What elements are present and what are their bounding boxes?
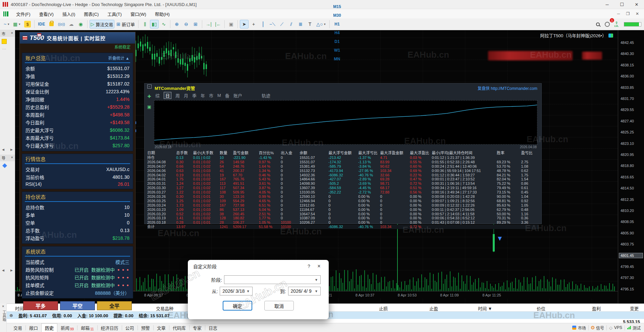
- mtc-tab-M[interactable]: M: [217, 93, 221, 98]
- screenshot-icon[interactable]: ▣: [227, 20, 235, 29]
- dock-prev-icon[interactable]: ◀: [2, 148, 4, 151]
- search-icon[interactable]: [593, 20, 602, 29]
- to-date-select[interactable]: 2026/ 4/ 9▼: [288, 287, 321, 295]
- minimize-icon[interactable]: ─: [600, 0, 614, 9]
- terminal-column-header[interactable]: 价位: [537, 305, 545, 312]
- crosshair-icon[interactable]: +: [249, 20, 258, 29]
- notifications-icon[interactable]: 1: [603, 20, 611, 29]
- tab-日志[interactable]: 日志: [205, 323, 221, 332]
- line-chart-icon[interactable]: ∿: [159, 20, 168, 29]
- menu-文件(F)[interactable]: 文件(F): [12, 9, 35, 18]
- mtc-tab-季[interactable]: 季: [192, 92, 197, 99]
- community-icon[interactable]: ◉: [76, 20, 85, 29]
- timeframe-H4[interactable]: H4: [332, 29, 342, 37]
- ok-button[interactable]: 确定: [223, 301, 252, 311]
- fibonacci-icon[interactable]: ≣: [296, 20, 305, 29]
- close-button-平多[interactable]: 平多: [23, 301, 58, 310]
- mtc-link[interactable]: 复盘侠 http://MTCommander.com: [478, 85, 537, 91]
- table-row[interactable]: 2026.04.070.660.01 | 0.0254248.761.64 %0…: [147, 164, 539, 169]
- timeframe-W1[interactable]: W1: [332, 46, 342, 55]
- terminal-column-header[interactable]: 时间 ▼: [478, 305, 492, 312]
- new-order-button[interactable]: ⊞新订单: [115, 20, 136, 29]
- terminal-column-header[interactable]: 盈利: [592, 305, 601, 312]
- candle-chart-icon[interactable]: ▮▯: [150, 20, 159, 29]
- dock-prev-icon-2[interactable]: ◀: [2, 269, 4, 272]
- tab-公司[interactable]: 公司: [122, 323, 138, 332]
- mtc-tab-账户[interactable]: 账户: [233, 92, 242, 99]
- navigator-icon[interactable]: [2, 163, 7, 168]
- tab-专家[interactable]: 专家: [190, 323, 205, 332]
- shapes-icon[interactable]: △○▼: [315, 20, 327, 29]
- zoom-out-icon[interactable]: ⊖: [182, 20, 191, 29]
- mtc-tab-月[interactable]: 月: [184, 92, 188, 99]
- ea-icon[interactable]: [608, 34, 613, 38]
- timeframe-M5[interactable]: M5: [332, 0, 342, 2]
- mtc-minimize-icon[interactable]: −: [147, 85, 152, 89]
- menu-图表(C)[interactable]: 图表(C): [79, 9, 103, 18]
- mtc-tab-年[interactable]: 年: [201, 92, 205, 99]
- dock-next-icon-2[interactable]: ▶: [10, 269, 13, 272]
- table-row[interactable]: 2026.03.311.240.01 | 0.02113491.513.61 %…: [147, 181, 539, 186]
- mtc-tab-track[interactable]: 轨迹: [262, 92, 270, 99]
- table-row[interactable]: 2026.03.180.280.01 | 0.0128106.271.05 %1…: [147, 220, 539, 225]
- mtc-tab-市[interactable]: 市: [209, 92, 213, 99]
- cloud-icon[interactable]: ☁: [67, 20, 76, 29]
- timeframe-M30[interactable]: M30: [332, 11, 342, 20]
- market-bag-icon[interactable]: [47, 20, 56, 29]
- timeframe-MN[interactable]: MN: [332, 55, 342, 63]
- dock-close-icon-2[interactable]: ×: [11, 155, 13, 161]
- timeframe-H1[interactable]: H1: [332, 20, 342, 29]
- tab-经济日历[interactable]: 经济日历: [98, 323, 122, 332]
- algo-trading-button[interactable]: ▷算法交易: [90, 20, 115, 29]
- close-icon[interactable]: ✕: [629, 0, 644, 9]
- dialog-help-icon[interactable]: ?: [304, 264, 314, 269]
- tab-敞口[interactable]: 敞口: [26, 323, 41, 332]
- cancel-button[interactable]: 取消: [264, 301, 294, 311]
- t500-header[interactable]: T500 交易统计面板 | 实时监控: [20, 32, 135, 44]
- table-row[interactable]: 2026.04.011.750.01 | 0.02167765.765.43 %…: [147, 177, 539, 181]
- tab-预警[interactable]: 预警: [138, 323, 153, 332]
- terminal-column-header[interactable]: 止盈: [429, 305, 438, 312]
- table-row[interactable]: 2026.04.060.630.01 | 0.0341200.371.34 %0…: [147, 169, 539, 173]
- auto-scroll-icon[interactable]: →|: [204, 20, 213, 29]
- menu-工具(T)[interactable]: 工具(T): [103, 9, 126, 18]
- zoom-in-icon[interactable]: ⊕: [172, 20, 181, 29]
- close-button-平空[interactable]: 平空: [60, 301, 95, 310]
- chart-style-icon[interactable]: ~▼: [2, 20, 11, 29]
- price-scale[interactable]: 4842.454840.304838.154836.004833.854831.…: [618, 30, 644, 303]
- from-date-select[interactable]: 2026/ 3/18▼: [220, 287, 252, 295]
- table-row[interactable]: 2026.04.020.190.01 | 0.011967.700.46 %01…: [147, 173, 539, 177]
- tab-邮箱[interactable]: 邮箱11: [77, 323, 97, 332]
- chart-restore-icon[interactable]: ❐: [623, 10, 633, 17]
- menu-帮助(H)[interactable]: 帮助(H): [151, 9, 174, 18]
- table-row[interactable]: 2026.03.251.250.01 | 0.02109554.294.65 %…: [147, 199, 539, 203]
- mtc-tab-备[interactable]: 备: [225, 92, 229, 99]
- table-row[interactable]: 2026.03.271.220.01 | 0.02108509.954.05 %…: [147, 190, 539, 195]
- navigator-collapsed[interactable]: 导: [2, 155, 5, 161]
- plus-circle-icon[interactable]: ⊕: [9, 313, 13, 318]
- collapse-stats-toggle[interactable]: 折叠统计 ▲: [108, 55, 129, 61]
- terminal-column-header[interactable]: 变更: [630, 305, 639, 312]
- ide-icon[interactable]: IDE: [37, 20, 47, 29]
- tab-新闻[interactable]: 新闻99: [57, 323, 77, 332]
- table-row[interactable]: 2026.03.200.520.01 | 0.0238260.452.51 %0…: [147, 212, 539, 216]
- cursor-icon[interactable]: ➤: [240, 20, 249, 29]
- table-row[interactable]: 2026.03.301.270.01 | 0.02117507.343.87 %…: [147, 186, 539, 190]
- horizontal-line-icon[interactable]: −⟍: [268, 20, 277, 29]
- tab-文章[interactable]: 文章: [154, 323, 169, 332]
- terminal-column-header[interactable]: 交易品种: [156, 305, 173, 312]
- tab-交易[interactable]: 交易: [10, 323, 25, 332]
- mtc-move-icon[interactable]: ✚: [148, 94, 151, 99]
- chart-profile-icon[interactable]: ▦▼: [12, 20, 22, 29]
- vertical-line-icon[interactable]: ⎮: [259, 20, 267, 29]
- stage-select[interactable]: ▼: [224, 275, 321, 284]
- status-市场[interactable]: 市场: [572, 325, 586, 331]
- channel-icon[interactable]: ⫽: [287, 20, 296, 29]
- table-row[interactable]: 2026.03.241.730.01 | 0.02167727.986.51 %…: [147, 203, 539, 208]
- symbols-icon[interactable]: $: [23, 20, 32, 29]
- menu-插入(I)[interactable]: 插入(I): [58, 9, 79, 18]
- table-row[interactable]: 合计13.9712415209.1751.58 %10100-6086.32-4…: [147, 225, 539, 229]
- symbol-swatch[interactable]: [2, 39, 7, 44]
- mtc-tab-综[interactable]: 综: [155, 92, 160, 99]
- toolbox-close-icon[interactable]: ×: [0, 303, 6, 310]
